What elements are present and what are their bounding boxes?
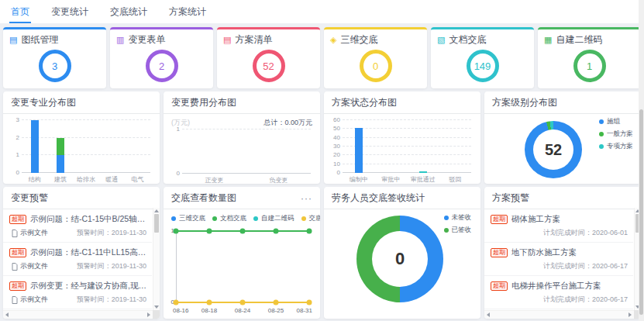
legend-item-自建二维码[interactable]: 自建二维码 <box>253 214 294 223</box>
chart-row: 变更专业分布图 0123结构建筑给排水暖通电气 变更费用分布图 (万元) 总计：… <box>3 91 641 184</box>
legend-item-专项方案[interactable]: 专项方案 <box>599 142 633 151</box>
warning-line2: 示例文件预警时间：2019-11-30 <box>9 228 148 238</box>
overdue-badge: 超期 <box>491 215 508 224</box>
scroll-right-icon[interactable] <box>147 312 150 317</box>
change-warning-item[interactable]: 超期示例问题：结-C1-11中LL15高600与门窗高度和...示例文件预警时间… <box>3 243 152 276</box>
nav-tab-2[interactable]: 变更统计 <box>51 0 88 23</box>
nav-tab-3[interactable]: 交底统计 <box>110 0 147 23</box>
warning-line1: 超期电梯井操作平台施工方案 <box>491 281 629 292</box>
legend-dot <box>301 216 306 221</box>
change-warning-item[interactable]: 超期示例变更：经与建设方协商,现对内保温做法调整...示例文件预警时间：2019… <box>3 276 152 309</box>
overdue-badge: 超期 <box>491 248 508 257</box>
overdue-badge: 超期 <box>9 281 26 291</box>
warning-time: 预警时间：2019-11-30 <box>77 228 146 238</box>
data-point-文档交底 <box>274 229 279 234</box>
legend-item-已签收[interactable]: 已签收 <box>444 226 472 235</box>
stat-card-title: 三维交底 <box>340 33 377 47</box>
attached-file-link[interactable]: 示例文件 <box>12 261 48 271</box>
labor-sign-legend: 未签收已签收 <box>444 213 472 235</box>
bar-建筑 <box>57 138 64 156</box>
overdue-badge: 超期 <box>9 248 26 257</box>
stat-value: 0 <box>373 60 378 72</box>
legend-item-未签收[interactable]: 未签收 <box>444 213 472 223</box>
x-axis-tick: 08-18 <box>201 307 217 314</box>
stat-ring: 3 <box>39 50 71 82</box>
attached-file-link[interactable]: 示例文件 <box>12 228 48 238</box>
scrollbar-thumb[interactable] <box>154 214 159 233</box>
view-count-line-chart: 01 <box>176 231 309 302</box>
warning-text: 示例问题：结-C1-11中LL15高600与门窗高度和... <box>30 247 148 258</box>
warning-text: 示例变更：经与建设方协商,现对内保温做法调整... <box>30 281 148 292</box>
plan-warning-item[interactable]: 超期电梯井操作平台施工方案计划完成时间：2020-06-17 <box>484 276 633 309</box>
scroll-up-icon[interactable] <box>154 209 159 212</box>
legend-dot <box>212 216 217 221</box>
plan-status-bar-chart: 0102030405060编制中审批中审批通过驳回 <box>343 120 471 173</box>
x-axis-tick: 暖通 <box>105 175 118 184</box>
legend-item-文档交底[interactable]: 文档交底 <box>212 214 246 223</box>
overdue-badge: 超期 <box>491 281 508 291</box>
x-axis-tick: 电气 <box>131 175 143 184</box>
plan-warning-item[interactable]: 超期砌体施工方案计划完成时间：2020-06-01 <box>484 209 633 243</box>
plan-level-title: 方案级别分布图 <box>492 96 557 109</box>
change-warning-list: 超期示例问题：结-C1-15中B/25轴，B/28轴南侧装...示例文件预警时间… <box>3 209 152 319</box>
nav-tab-4[interactable]: 方案统计 <box>169 0 206 23</box>
scroll-left-icon[interactable] <box>487 312 490 317</box>
stat-card[interactable]: ▥变更表单2 <box>110 27 213 88</box>
plan-list-icon: ▤ <box>223 36 231 44</box>
warning-line1: 超期示例变更：经与建设方协商,现对内保温做法调整... <box>9 281 148 292</box>
legend-dot <box>253 216 258 221</box>
change-warning-card: 变更预警 超期示例问题：结-C1-15中B/25轴，B/28轴南侧装...示例文… <box>3 187 160 319</box>
scroll-left-icon[interactable] <box>5 312 9 317</box>
stat-card[interactable]: ◈三维交底0 <box>324 27 427 88</box>
stat-value: 52 <box>263 60 274 72</box>
stat-card[interactable]: ▤图纸管理3 <box>3 27 106 88</box>
legend-dot <box>171 216 176 221</box>
nav-tab-1[interactable]: 首页 <box>11 0 29 23</box>
view-count-x-axis: 08-1608-1808-2408-2508-31 <box>176 305 309 316</box>
stat-card-row: ▤图纸管理3▥变更表单2▤方案清单52◈三维交底0▧文档交底149▦自建二维码1 <box>3 27 641 88</box>
scroll-down-icon[interactable] <box>154 305 159 309</box>
scroll-right-icon[interactable] <box>629 312 632 317</box>
file-name: 示例文件 <box>20 261 48 271</box>
stat-ring: 2 <box>146 50 178 82</box>
plan-warning-item[interactable]: 超期地下防水施工方案计划完成时间：2020-06-17 <box>484 243 633 276</box>
legend-item-交底管理[interactable]: 交底管理 <box>301 214 321 223</box>
warning-line1: 超期地下防水施工方案 <box>491 247 629 258</box>
horizontal-scrollbar[interactable] <box>484 310 634 319</box>
blueprint-icon: ▤ <box>9 36 17 44</box>
data-point-交底管理 <box>274 300 279 305</box>
legend-dot <box>599 144 604 149</box>
gridline <box>343 119 471 120</box>
legend-item-施组[interactable]: 施组 <box>599 117 633 126</box>
stat-card[interactable]: ▦自建二维码1 <box>538 27 641 88</box>
labor-sign-donut-chart: 0 <box>356 216 443 302</box>
dashboard-content: ▤图纸管理3▥变更表单2▤方案清单52◈三维交底0▧文档交底149▦自建二维码1… <box>0 23 644 321</box>
warning-line2: 示例文件预警时间：2019-11-30 <box>9 295 148 305</box>
legend-item-三维交底[interactable]: 三维交底 <box>171 214 205 223</box>
x-axis-tick: 驳回 <box>449 175 461 184</box>
warning-line2: 计划完成时间：2020-06-17 <box>491 295 629 305</box>
more-menu-icon[interactable]: ··· <box>301 195 312 202</box>
stat-card[interactable]: ▤方案清单52 <box>217 27 320 88</box>
warning-line2: 计划完成时间：2020-06-17 <box>491 261 629 271</box>
y-axis-tick: 0 <box>7 169 19 176</box>
data-point-交底管理 <box>174 300 179 305</box>
data-point-文档交底 <box>207 229 212 234</box>
change-warning-item[interactable]: 超期示例问题：结-C1-15中B/25轴，B/28轴南侧装...示例文件预警时间… <box>3 209 152 243</box>
stat-ring: 1 <box>573 50 606 82</box>
legend-item-一般方案[interactable]: 一般方案 <box>599 129 633 139</box>
stat-card[interactable]: ▧文档交底149 <box>431 27 534 88</box>
attached-file-link[interactable]: 示例文件 <box>12 295 48 305</box>
page-scrollbar-thumb[interactable] <box>639 109 643 315</box>
vertical-scrollbar[interactable] <box>153 208 160 310</box>
stat-card-header: ▤图纸管理 <box>9 33 100 47</box>
horizontal-scrollbar[interactable] <box>3 310 153 319</box>
x-axis-tick: 编制中 <box>350 175 368 184</box>
bar-结构 <box>31 120 39 173</box>
bottom-row: 变更预警 超期示例问题：结-C1-15中B/25轴，B/28轴南侧装...示例文… <box>3 187 641 319</box>
page-scrollbar[interactable] <box>639 0 644 321</box>
y-axis-tick: 50 <box>328 125 340 132</box>
change-cost-card: 变更费用分布图 (万元) 总计：0.00万元 01正变更负变更 <box>164 91 320 184</box>
overdue-badge: 超期 <box>9 215 26 224</box>
gridline <box>182 173 311 174</box>
